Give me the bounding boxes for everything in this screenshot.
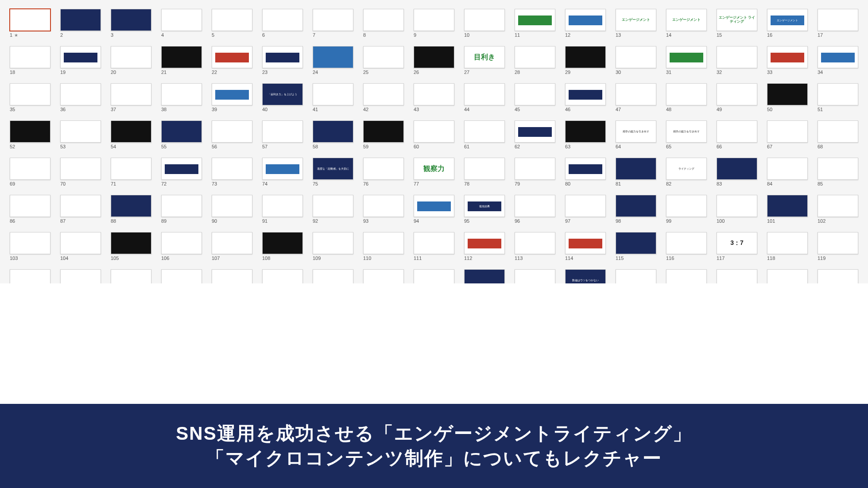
slide-thumbnail[interactable] [818,9,858,31]
slide-thumbnail[interactable] [515,120,555,143]
slide-thumbnail[interactable] [363,158,404,180]
slide-thumbnail[interactable] [60,269,101,283]
slide-thumbnail[interactable] [60,9,101,31]
slide-thumbnail[interactable] [313,195,353,217]
slide-thumbnail[interactable]: 観察力 [414,158,454,180]
slide-thumbnail[interactable] [60,232,101,254]
slide-thumbnail[interactable] [10,46,50,68]
slide-thumbnail[interactable] [414,195,454,217]
slide-thumbnail[interactable] [111,120,151,143]
slide-thumbnail[interactable] [666,269,707,283]
slide-thumbnail[interactable] [161,269,202,283]
slide-thumbnail[interactable] [212,269,252,283]
slide-thumbnail[interactable] [767,46,808,68]
slide-thumbnail[interactable] [414,232,454,254]
slide-thumbnail[interactable] [313,232,353,254]
slide-thumbnail[interactable] [60,195,101,217]
slide-thumbnail[interactable] [111,9,151,31]
slide-thumbnail[interactable] [717,269,757,283]
slide-thumbnail[interactable] [818,232,858,254]
slide-thumbnail[interactable] [313,9,353,31]
slide-thumbnail[interactable] [363,269,404,283]
slide-thumbnail[interactable] [464,83,505,105]
slide-thumbnail[interactable] [414,269,454,283]
slide-thumbnail[interactable] [414,83,454,105]
slide-thumbnail[interactable] [212,120,252,143]
slide-thumbnail[interactable] [565,158,606,180]
slide-thumbnail[interactable] [111,46,151,68]
slide-thumbnail[interactable] [262,9,303,31]
slide-thumbnail[interactable] [464,158,505,180]
slide-thumbnail[interactable] [666,195,707,217]
slide-thumbnail[interactable] [262,232,303,254]
slide-thumbnail[interactable] [60,83,101,105]
slide-thumbnail[interactable] [262,158,303,180]
slide-thumbnail[interactable] [161,46,202,68]
slide-thumbnail[interactable] [616,46,656,68]
slide-thumbnail[interactable] [616,269,656,283]
slide-thumbnail[interactable] [818,195,858,217]
slide-thumbnail[interactable] [414,46,454,68]
slide-sorter-panel[interactable]: 1★23456789101112エンゲージメント13エンゲージメント14エンゲー… [0,0,868,283]
slide-thumbnail[interactable]: 相手の能力を引き出す [616,120,656,143]
slide-thumbnail[interactable] [111,158,151,180]
slide-thumbnail[interactable] [515,232,555,254]
slide-thumbnail[interactable] [212,195,252,217]
slide-thumbnail[interactable] [515,83,555,105]
slide-thumbnail[interactable] [313,120,353,143]
slide-thumbnail[interactable] [616,158,656,180]
slide-thumbnail[interactable] [10,195,50,217]
slide-thumbnail[interactable] [414,9,454,31]
slide-thumbnail[interactable] [565,9,606,31]
slide-thumbnail[interactable] [464,120,505,143]
slide-thumbnail[interactable] [10,158,50,180]
slide-thumbnail[interactable] [666,83,707,105]
slide-thumbnail[interactable] [616,83,656,105]
slide-thumbnail[interactable] [111,195,151,217]
slide-thumbnail[interactable] [717,83,757,105]
slide-thumbnail[interactable] [262,120,303,143]
slide-thumbnail[interactable]: 適度な「距離感」を大切に [313,158,353,180]
slide-thumbnail[interactable] [717,195,757,217]
slide-thumbnail[interactable] [515,269,555,283]
slide-thumbnail[interactable] [616,195,656,217]
slide-thumbnail[interactable] [464,269,505,283]
slide-thumbnail[interactable]: 相手の能力を引き出す [666,120,707,143]
slide-thumbnail[interactable] [767,120,808,143]
slide-thumbnail[interactable] [565,46,606,68]
slide-thumbnail[interactable] [818,158,858,180]
slide-thumbnail[interactable] [363,83,404,105]
slide-thumbnail[interactable] [161,232,202,254]
slide-thumbnail[interactable] [767,158,808,180]
slide-thumbnail[interactable] [313,269,353,283]
slide-thumbnail[interactable] [313,46,353,68]
slide-thumbnail[interactable] [363,9,404,31]
slide-thumbnail[interactable]: 3：7 [717,232,757,254]
slide-thumbnail[interactable] [565,83,606,105]
slide-thumbnail[interactable] [464,9,505,31]
slide-thumbnail[interactable] [717,120,757,143]
slide-thumbnail[interactable] [212,232,252,254]
slide-thumbnail[interactable] [363,120,404,143]
slide-thumbnail[interactable]: 「目利き力」を上げよう [262,83,303,105]
slide-thumbnail[interactable] [161,9,202,31]
slide-thumbnail[interactable] [717,46,757,68]
slide-thumbnail[interactable] [515,46,555,68]
slide-thumbnail[interactable] [60,158,101,180]
slide-thumbnail[interactable] [212,158,252,180]
slide-thumbnail[interactable] [666,46,707,68]
slide-thumbnail[interactable] [363,46,404,68]
slide-thumbnail[interactable] [666,232,707,254]
slide-thumbnail[interactable] [565,120,606,143]
slide-thumbnail[interactable] [767,269,808,283]
slide-thumbnail[interactable] [818,46,858,68]
slide-thumbnail[interactable] [717,158,757,180]
slide-thumbnail[interactable] [161,83,202,105]
slide-thumbnail[interactable]: 後光効果 [464,195,505,217]
slide-thumbnail[interactable]: エンゲージメント [666,9,707,31]
slide-thumbnail[interactable] [161,158,202,180]
slide-thumbnail[interactable] [111,83,151,105]
slide-thumbnail[interactable] [111,269,151,283]
slide-thumbnail[interactable] [818,83,858,105]
slide-thumbnail[interactable] [262,195,303,217]
